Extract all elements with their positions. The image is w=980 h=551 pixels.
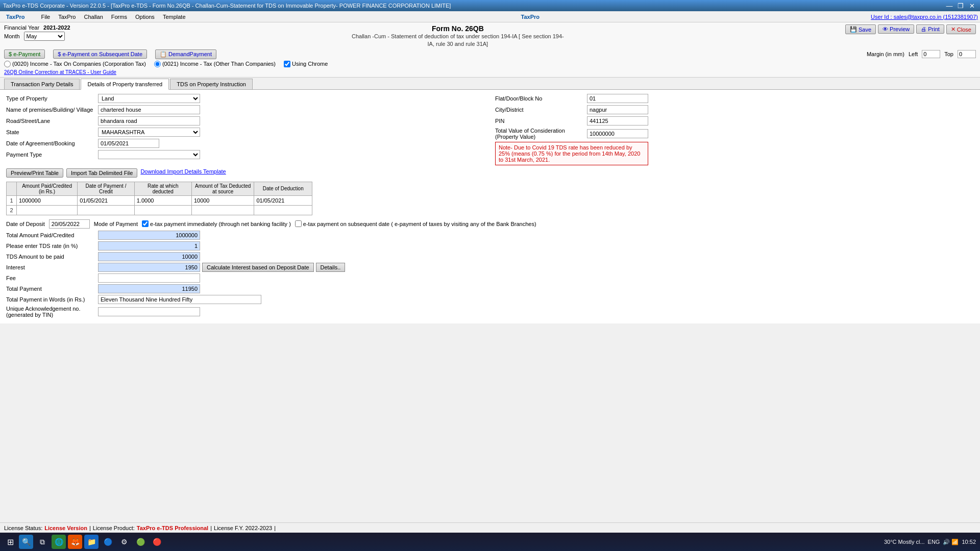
interest-row: Interest Calculate Interest based on Dep… <box>6 263 974 272</box>
row-1-num: 1 <box>7 195 17 205</box>
flat-label: Flat/Door/Block No <box>495 95 587 102</box>
radio-0021[interactable]: (0021) Income - Tax (Other Than Companie… <box>154 61 276 67</box>
name-input[interactable] <box>98 105 200 114</box>
total-value-row: Total Value of Consideration(Property Va… <box>495 128 974 140</box>
chrome-check-label[interactable]: Using Chrome <box>284 61 328 67</box>
demand-payment-button[interactable]: 📋 DemandPayment <box>155 49 216 59</box>
date-agreement-input[interactable] <box>98 139 159 148</box>
calc-interest-button[interactable]: Calculate Interest based on Deposit Date <box>202 263 314 272</box>
menu-template[interactable]: Template <box>159 13 190 21</box>
chrome-label: Using Chrome <box>292 61 328 67</box>
margin-left-label: Left <box>909 51 918 57</box>
row-1-amount[interactable] <box>17 195 78 205</box>
margin-top-input[interactable] <box>958 50 976 58</box>
total-words-input[interactable] <box>98 295 261 304</box>
epayment-button[interactable]: $ e-Payment <box>4 49 45 59</box>
etax-immediate-checkbox[interactable] <box>142 220 149 227</box>
pin-row: PIN <box>495 116 974 126</box>
fy-value: 2021-2022 <box>43 24 70 31</box>
tds-amount-input[interactable] <box>98 252 200 261</box>
radio-0020-input[interactable] <box>4 61 11 67</box>
chrome-checkbox[interactable] <box>284 61 290 67</box>
fy-row: Financial Year 2021-2022 <box>4 24 70 31</box>
row-2-rate[interactable] <box>134 205 191 215</box>
traces-link[interactable]: 26QB Online Correction at TRACES - User … <box>4 69 116 75</box>
interest-input[interactable] <box>98 263 200 272</box>
fee-row: Fee <box>6 273 974 283</box>
epayment-icon: $ <box>9 51 12 57</box>
pin-input[interactable] <box>587 116 648 126</box>
download-template-link[interactable]: Download Import Details Template <box>140 168 226 178</box>
deposit-date-input[interactable] <box>49 219 90 229</box>
row-2-amount[interactable] <box>17 205 78 215</box>
interest-input-row: Calculate Interest based on Deposit Date… <box>98 263 345 272</box>
col-date-deduction-header: Date of Deduction <box>254 182 312 195</box>
menu-options[interactable]: Options <box>131 13 159 21</box>
radio-0021-input[interactable] <box>154 61 161 67</box>
state-row: State MAHARASHTRA <box>6 128 485 137</box>
col-date-credit-header: Date of Payment / Credit <box>78 182 135 195</box>
type-property-select[interactable]: Land Building Both <box>98 94 200 103</box>
state-select[interactable]: MAHARASHTRA <box>98 128 200 137</box>
city-input[interactable] <box>587 105 648 114</box>
bottom-section: Date of Deposit Mode of Payment e-tax pa… <box>6 219 974 318</box>
etax-subsequent-label[interactable]: e-tax payment on subsequent date ( e-pay… <box>295 220 536 227</box>
form-title: Form No. 26QB <box>351 24 565 33</box>
details-button[interactable]: Details.. <box>316 263 346 272</box>
menu-forms[interactable]: Forms <box>107 13 131 21</box>
table-row: 2 <box>7 205 312 215</box>
tab-transaction-party[interactable]: Transaction Party Details <box>4 79 80 89</box>
total-payment-input[interactable] <box>98 284 200 293</box>
preview-print-table-button[interactable]: Preview/Print Table <box>6 168 63 178</box>
user-link[interactable]: User Id : sales@taxpro.co.in (1512381907… <box>871 14 978 20</box>
property-form-right: Flat/Door/Block No City/District PIN Tot… <box>495 94 974 165</box>
pin-label: PIN <box>495 118 587 124</box>
minimize-button[interactable]: — <box>944 1 954 10</box>
row-2-tax-amount[interactable] <box>191 205 254 215</box>
month-select[interactable]: May <box>24 32 65 41</box>
print-icon: 🖨 <box>921 26 926 32</box>
menu-taxpro[interactable]: TaxPro <box>54 13 80 21</box>
preview-button[interactable]: 👁 Preview <box>878 24 914 34</box>
payment-type-select[interactable] <box>98 150 200 159</box>
menu-bar: TaxPro File TaxPro Challan Forms Options… <box>0 11 980 22</box>
epayment-subsequent-button[interactable]: $ e-Payment on Subsequent Date <box>53 49 147 59</box>
row-1-date-deduction[interactable] <box>254 195 312 205</box>
close-button[interactable]: ✕ Close <box>946 24 976 34</box>
tab-property-details[interactable]: Details of Property transferred <box>81 79 169 90</box>
tds-rate-input[interactable] <box>98 241 200 251</box>
unique-ack-input[interactable] <box>98 307 200 316</box>
city-label: City/District <box>495 107 587 113</box>
total-paid-input[interactable] <box>98 231 200 240</box>
maximize-button[interactable]: ❐ <box>955 1 966 10</box>
road-input[interactable] <box>98 116 200 126</box>
etax-immediate-label[interactable]: e-tax payment immediately (through net b… <box>142 220 291 227</box>
save-button[interactable]: 💾 Save <box>845 24 876 34</box>
row-1-rate[interactable] <box>134 195 191 205</box>
etax-subsequent-checkbox[interactable] <box>295 220 302 227</box>
flat-input[interactable] <box>587 94 648 103</box>
app-brand: TaxPro <box>2 13 29 21</box>
road-row: Road/Street/Lane <box>6 116 485 126</box>
import-tab-button[interactable]: Import Tab Delimited File <box>66 168 137 178</box>
row-1-date-credit[interactable] <box>78 195 135 205</box>
radio-row: (0020) Income - Tax On Companies (Corpor… <box>4 61 976 67</box>
row-2-date-deduction[interactable] <box>254 205 312 215</box>
total-value-input[interactable] <box>587 129 648 138</box>
margin-left-input[interactable] <box>922 50 940 58</box>
state-label: State <box>6 129 98 135</box>
radio-0020[interactable]: (0020) Income - Tax On Companies (Corpor… <box>4 61 146 67</box>
print-button[interactable]: 🖨 Print <box>916 24 944 34</box>
total-value-label: Total Value of Consideration(Property Va… <box>495 128 587 140</box>
menu-challan[interactable]: Challan <box>80 13 107 21</box>
col-tax-amount-header: Amount of Tax Deducted at source <box>191 182 254 195</box>
row-1-tax-amount[interactable] <box>191 195 254 205</box>
tab-tds-instruction[interactable]: TDS on Property Instruction <box>170 79 253 89</box>
tds-rate-row: Please enter TDS rate (in %) <box>6 241 974 251</box>
fee-input[interactable] <box>98 273 200 283</box>
menu-file[interactable]: File <box>37 13 54 21</box>
row-2-date-credit[interactable] <box>78 205 135 215</box>
total-words-row: Total Payment in Words (in Rs.) <box>6 295 974 304</box>
close-window-button[interactable]: ✕ <box>967 1 977 10</box>
tds-amount-row: TDS Amount to be paid <box>6 252 974 261</box>
